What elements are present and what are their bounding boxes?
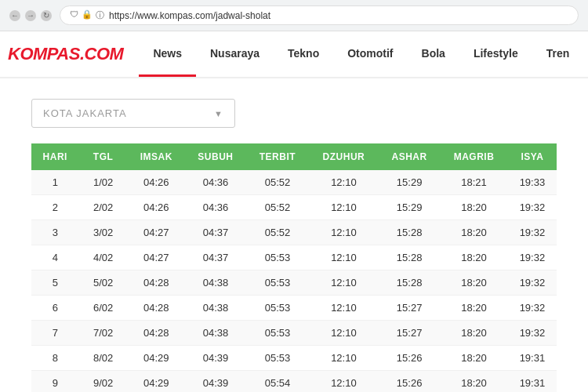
forward-button[interactable]: → <box>25 10 36 21</box>
cell-row5-col8: 19:32 <box>508 270 557 296</box>
cell-row9-col3: 04:39 <box>185 371 246 393</box>
cell-row9-col8: 19:31 <box>508 371 557 393</box>
cell-row8-col0: 8 <box>31 346 79 371</box>
chevron-down-icon: ▼ <box>214 109 223 118</box>
cell-row6-col5: 12:10 <box>309 296 379 321</box>
col-header-ashar: ASHAR <box>379 143 440 170</box>
cell-row8-col1: 8/02 <box>79 346 128 371</box>
cell-row1-col7: 18:21 <box>440 170 508 195</box>
cell-row5-col3: 04:38 <box>185 270 246 296</box>
nav-item-nusaraya[interactable]: Nusaraya <box>196 31 274 77</box>
cell-row2-col5: 12:10 <box>309 195 379 220</box>
cell-row2-col8: 19:32 <box>508 195 557 220</box>
cell-row7-col5: 12:10 <box>309 321 379 346</box>
table-body: 11/0204:2604:3605:5212:1015:2918:2119:33… <box>31 170 557 392</box>
nav-item-bola[interactable]: Bola <box>408 31 459 77</box>
cell-row9-col0: 9 <box>31 371 79 393</box>
cell-row2-col4: 05:52 <box>246 195 309 220</box>
cell-row7-col7: 18:20 <box>440 321 508 346</box>
cell-row8-col8: 19:31 <box>508 346 557 371</box>
cell-row2-col7: 18:20 <box>440 195 508 220</box>
cell-row5-col4: 05:53 <box>246 270 309 296</box>
table-row: 88/0204:2904:3905:5312:1015:2618:2019:31 <box>31 346 557 371</box>
cell-row4-col0: 4 <box>31 245 79 270</box>
cell-row7-col8: 19:32 <box>508 321 557 346</box>
cell-row3-col3: 04:37 <box>185 220 246 245</box>
city-dropdown-value: KOTA JAKARTA <box>43 107 127 119</box>
cell-row9-col6: 15:26 <box>379 371 440 393</box>
cell-row8-col6: 15:26 <box>379 346 440 371</box>
cell-row1-col1: 1/02 <box>79 170 128 195</box>
security-icons: 🛡 🔒 ⓘ <box>70 9 104 21</box>
cell-row2-col1: 2/02 <box>79 195 128 220</box>
col-header-imsak: IMSAK <box>128 143 185 170</box>
cell-row3-col7: 18:20 <box>440 220 508 245</box>
cell-row8-col7: 18:20 <box>440 346 508 371</box>
cell-row9-col2: 04:29 <box>128 371 185 393</box>
col-header-dzuhur: DZUHUR <box>309 143 379 170</box>
cell-row5-col2: 04:28 <box>128 270 185 296</box>
city-dropdown[interactable]: KOTA JAKARTA ▼ <box>31 99 235 128</box>
cell-row6-col3: 04:38 <box>185 296 246 321</box>
cell-row5-col5: 12:10 <box>309 270 379 296</box>
cell-row1-col0: 1 <box>31 170 79 195</box>
cell-row3-col5: 12:10 <box>309 220 379 245</box>
cell-row4-col6: 15:28 <box>379 245 440 270</box>
table-row: 77/0204:2804:3805:5312:1015:2718:2019:32 <box>31 321 557 346</box>
cell-row1-col3: 04:36 <box>185 170 246 195</box>
nav-item-lestari[interactable]: Lestari <box>583 31 588 77</box>
table-header-row: HARI TGL IMSAK SUBUH TERBIT DZUHUR ASHAR… <box>31 143 557 170</box>
cell-row1-col4: 05:52 <box>246 170 309 195</box>
top-navigation: KOMPAS.com News Nusaraya Tekno Otomotif … <box>0 31 588 78</box>
site-logo[interactable]: KOMPAS.com <box>8 44 123 64</box>
lock-icon: 🔒 <box>82 9 93 21</box>
nav-item-tekno[interactable]: Tekno <box>274 31 333 77</box>
browser-nav-buttons[interactable]: ← → ↻ <box>9 10 52 21</box>
cell-row3-col8: 19:32 <box>508 220 557 245</box>
cell-row2-col6: 15:29 <box>379 195 440 220</box>
page-content: KOTA JAKARTA ▼ HARI TGL IMSAK SUBUH TERB… <box>0 78 588 392</box>
cell-row7-col2: 04:28 <box>128 321 185 346</box>
cell-row4-col8: 19:32 <box>508 245 557 270</box>
col-header-hari: HARI <box>31 143 79 170</box>
col-header-tgl: TGL <box>79 143 128 170</box>
col-header-terbit: TERBIT <box>246 143 309 170</box>
cell-row4-col4: 05:53 <box>246 245 309 270</box>
address-bar[interactable]: 🛡 🔒 ⓘ https://www.kompas.com/jadwal-shol… <box>60 5 579 25</box>
table-row: 33/0204:2704:3705:5212:1015:2818:2019:32 <box>31 220 557 245</box>
info-icon: ⓘ <box>96 9 104 21</box>
col-header-magrib: MAGRIB <box>440 143 508 170</box>
col-header-isya: ISYA <box>508 143 557 170</box>
table-row: 99/0204:2904:3905:5412:1015:2618:2019:31 <box>31 371 557 393</box>
cell-row6-col1: 6/02 <box>79 296 128 321</box>
cell-row3-col0: 3 <box>31 220 79 245</box>
table-row: 55/0204:2804:3805:5312:1015:2818:2019:32 <box>31 270 557 296</box>
cell-row4-col1: 4/02 <box>79 245 128 270</box>
prayer-times-table: HARI TGL IMSAK SUBUH TERBIT DZUHUR ASHAR… <box>31 143 557 392</box>
nav-item-news[interactable]: News <box>139 31 196 77</box>
cell-row5-col0: 5 <box>31 270 79 296</box>
cell-row5-col1: 5/02 <box>79 270 128 296</box>
cell-row9-col7: 18:20 <box>440 371 508 393</box>
cell-row6-col7: 18:20 <box>440 296 508 321</box>
cell-row1-col6: 15:29 <box>379 170 440 195</box>
nav-item-lifestyle[interactable]: Lifestyle <box>459 31 532 77</box>
logo-text-black: KOMPAS <box>8 44 80 64</box>
cell-row2-col2: 04:26 <box>128 195 185 220</box>
back-button[interactable]: ← <box>9 10 20 21</box>
reload-button[interactable]: ↻ <box>41 10 52 21</box>
city-dropdown-container: KOTA JAKARTA ▼ <box>31 99 572 128</box>
cell-row2-col3: 04:36 <box>185 195 246 220</box>
shield-icon: 🛡 <box>70 9 78 21</box>
cell-row7-col4: 05:53 <box>246 321 309 346</box>
nav-item-tren[interactable]: Tren <box>532 31 584 77</box>
cell-row1-col5: 12:10 <box>309 170 379 195</box>
nav-item-otomotif[interactable]: Otomotif <box>333 31 407 77</box>
cell-row1-col2: 04:26 <box>128 170 185 195</box>
cell-row2-col0: 2 <box>31 195 79 220</box>
cell-row7-col6: 15:27 <box>379 321 440 346</box>
cell-row1-col8: 19:33 <box>508 170 557 195</box>
table-row: 44/0204:2704:3705:5312:1015:2818:2019:32 <box>31 245 557 270</box>
cell-row3-col6: 15:28 <box>379 220 440 245</box>
cell-row9-col1: 9/02 <box>79 371 128 393</box>
